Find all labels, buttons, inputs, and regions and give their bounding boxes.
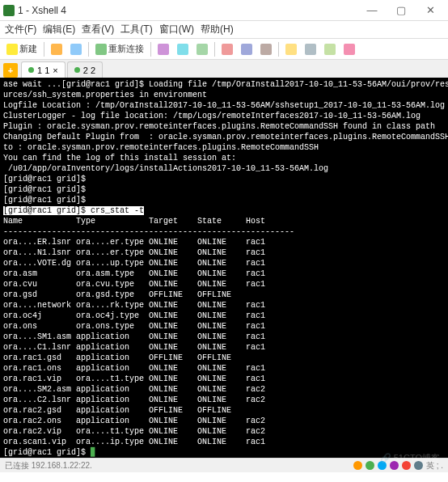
new-icon <box>6 44 18 55</box>
terminal-line: ora.rac1.ons application ONLINE ONLINE r… <box>3 363 445 374</box>
tool-button[interactable] <box>154 41 172 57</box>
window-title: 1 - Xshell 4 <box>18 5 357 16</box>
reconnect-button[interactable]: 重新连接 <box>92 41 147 57</box>
terminal-line: ora....C1.lsnr application ONLINE ONLINE… <box>3 342 445 353</box>
tab-label: 1 1 <box>37 66 49 75</box>
tool-icon <box>305 44 316 55</box>
tool-button[interactable] <box>174 41 192 57</box>
terminal-line: Plugin : oracle.sysman.prov.remoteinterf… <box>3 121 445 132</box>
save-button[interactable] <box>67 41 85 57</box>
menu-tools[interactable]: 工具(T) <box>120 23 152 36</box>
tab-1[interactable]: 1 1 × <box>21 61 66 78</box>
terminal-line: Logfile Location : /tmp/OraInstall2017-1… <box>3 100 445 111</box>
status-dot-icon <box>74 67 80 73</box>
terminal-line: [grid@rac1 grid]$ <box>3 184 445 195</box>
app-icon <box>3 5 15 16</box>
folder-icon <box>51 44 62 55</box>
terminal-line: ora.ons ora.ons.type ONLINE ONLINE rac1 <box>3 321 445 332</box>
terminal-line: ora.gsd ora.gsd.type OFFLINE OFFLINE <box>3 290 445 300</box>
separator <box>150 42 151 57</box>
tool-icon <box>177 44 188 55</box>
tab-label: 2 2 <box>83 66 95 75</box>
terminal-line: You can find the log of this install ses… <box>3 153 445 163</box>
status-left: 已连接 192.168.1.22:22. <box>5 460 92 471</box>
terminal-line: ora....SM2.asm application ONLINE ONLINE… <box>3 384 445 395</box>
menu-file[interactable]: 文件(F) <box>5 23 36 36</box>
tool-icon <box>197 44 208 55</box>
tool-icon <box>241 44 252 55</box>
tool-button[interactable] <box>321 41 339 57</box>
terminal-line: ora....ER.lsnr ora....er.type ONLINE ONL… <box>3 237 445 247</box>
tab-close-icon[interactable]: × <box>53 66 57 75</box>
terminal-line: ora.oc4j ora.oc4j.type ONLINE ONLINE rac… <box>3 311 445 321</box>
terminal-prompt: [grid@rac1 grid]$ ▉ <box>3 447 445 458</box>
maximize-button[interactable]: ▢ <box>387 1 416 20</box>
tool-button[interactable] <box>193 41 211 57</box>
separator <box>88 42 89 57</box>
terminal-line: urces/ssh_system.properties in environme… <box>3 90 445 100</box>
terminal-line: Changing Default Plugin from : oracle.sy… <box>3 132 445 142</box>
tool-button[interactable] <box>218 41 236 57</box>
open-button[interactable] <box>48 41 66 57</box>
separator <box>214 42 215 57</box>
status-icon <box>366 461 374 470</box>
tool-button[interactable] <box>282 41 300 57</box>
close-button[interactable]: ✕ <box>416 1 445 20</box>
terminal-line: ora.asm ora.asm.type ONLINE ONLINE rac1 <box>3 268 445 279</box>
terminal-line: [grid@rac1 grid]$ <box>3 195 445 205</box>
terminal-line: [grid@rac1 grid]$ crs_stat -t <box>3 205 445 216</box>
terminal-line: ora.rac2.vip ora....t1.type ONLINE ONLIN… <box>3 426 445 437</box>
new-button[interactable]: 新建 <box>3 41 40 57</box>
terminal-line: ora....VOTE.dg ora....up.type ONLINE ONL… <box>3 258 445 268</box>
watermark: 🔗 51CTO博客 <box>380 452 440 464</box>
tool-icon <box>324 44 336 55</box>
tool-icon <box>344 44 355 55</box>
tool-icon <box>158 44 169 55</box>
terminal-line: ----------------------------------------… <box>3 226 445 237</box>
tool-button[interactable] <box>257 41 275 57</box>
menu-window[interactable]: 窗口(W) <box>159 23 194 36</box>
new-tab-button[interactable]: + <box>3 63 18 78</box>
terminal-line: ora.rac1.gsd application OFFLINE OFFLINE <box>3 353 445 363</box>
terminal-line: ora....SM1.asm application ONLINE ONLINE… <box>3 332 445 342</box>
terminal-line: ora.cvu ora.cvu.type ONLINE ONLINE rac1 <box>3 279 445 290</box>
toolbar: 新建 重新连接 <box>0 39 448 60</box>
reconnect-label: 重新连接 <box>108 43 144 55</box>
terminal-line: ora.rac2.gsd application OFFLINE OFFLINE <box>3 405 445 416</box>
terminal-line: ClusterLogger - log file location: /tmp/… <box>3 111 445 121</box>
status-icon <box>353 461 362 470</box>
reconnect-icon <box>95 44 107 55</box>
terminal-line: ase wait ...[grid@rac1 grid]$ Loading fi… <box>3 79 445 90</box>
tool-button[interactable] <box>302 41 319 57</box>
terminal-line: ora.rac1.vip ora....t1.type ONLINE ONLIN… <box>3 374 445 384</box>
terminal-line: ora....network ora....rk.type ONLINE ONL… <box>3 300 445 311</box>
separator <box>278 42 279 57</box>
new-label: 新建 <box>19 43 37 55</box>
terminal-line: to : oracle.sysman.prov.remoteinterfaces… <box>3 142 445 153</box>
tool-icon <box>222 44 233 55</box>
tool-icon <box>285 44 297 55</box>
tool-button[interactable] <box>238 41 256 57</box>
tool-button[interactable] <box>340 41 358 57</box>
terminal[interactable]: ase wait ...[grid@rac1 grid]$ Loading fi… <box>0 78 448 458</box>
status-dot-icon <box>28 67 34 73</box>
menu-edit[interactable]: 编辑(E) <box>43 23 75 36</box>
separator <box>44 42 44 57</box>
titlebar: 1 - Xshell 4 — ▢ ✕ <box>0 0 448 21</box>
tab-2[interactable]: 2 2 <box>67 61 103 78</box>
terminal-line: [grid@rac1 grid]$ <box>3 174 445 184</box>
terminal-line: ora.scan1.vip ora....ip.type ONLINE ONLI… <box>3 437 445 447</box>
terminal-line: ora....N1.lsnr ora....er.type ONLINE ONL… <box>3 247 445 258</box>
terminal-line: ora.rac2.ons application ONLINE ONLINE r… <box>3 416 445 426</box>
menubar: 文件(F) 编辑(E) 查看(V) 工具(T) 窗口(W) 帮助(H) <box>0 21 448 39</box>
tabbar: + 1 1 × 2 2 <box>0 60 448 78</box>
menu-help[interactable]: 帮助(H) <box>201 23 234 36</box>
minimize-button[interactable]: — <box>357 1 387 20</box>
tool-icon <box>260 44 272 55</box>
terminal-line: Name Type Target State Host <box>3 216 445 226</box>
menu-view[interactable]: 查看(V) <box>82 23 114 36</box>
terminal-line: ora....C2.lsnr application ONLINE ONLINE… <box>3 395 445 405</box>
terminal-line: /u01/app/oraInventory/logs/installAction… <box>3 163 445 174</box>
save-icon <box>70 44 82 55</box>
